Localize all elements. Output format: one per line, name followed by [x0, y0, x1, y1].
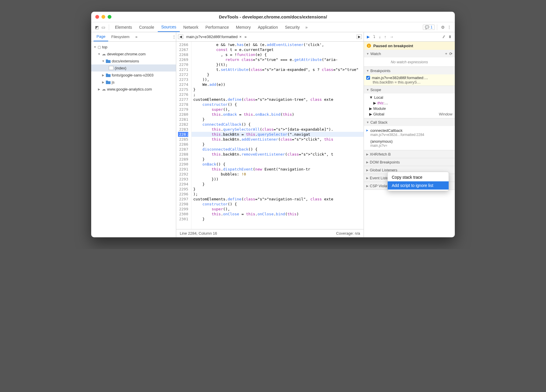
- scope-global[interactable]: ▶GlobalWindow: [364, 111, 455, 117]
- bp-checkbox[interactable]: [366, 76, 370, 80]
- debugger-toolbar: ▶ ⤵ ↓ ↑ → ⁄⁄ ⏸: [364, 32, 455, 42]
- code-editor[interactable]: 2266226722682269227022712272227322742275…: [176, 42, 364, 229]
- tree-folder[interactable]: ▼docs/extensions: [91, 57, 176, 64]
- file-tree: ▼top ▼developer.chrome.com ▼docs/extensi…: [91, 42, 176, 237]
- watch-empty: No watch expressions: [364, 57, 455, 67]
- scope-local[interactable]: ▼Local: [364, 95, 455, 100]
- device-icon[interactable]: ▭: [100, 24, 106, 30]
- tab-memory[interactable]: Memory: [233, 22, 255, 32]
- tab-network[interactable]: Network: [180, 22, 202, 32]
- ctx-ignore-script[interactable]: Add script to ignore list: [388, 181, 449, 190]
- close-tab-icon[interactable]: ×: [239, 35, 242, 39]
- callstack-item[interactable]: (anonymous) main.js?v=: [364, 138, 455, 149]
- ctx-copy-stack[interactable]: Copy stack trace: [388, 173, 449, 181]
- more-editor-tabs-icon[interactable]: »: [245, 35, 247, 39]
- breakpoint-item[interactable]: main.js?v=e382d86f:formatted:… this.back…: [364, 74, 455, 86]
- more-tabs-icon[interactable]: »: [303, 24, 310, 30]
- side-tab-page[interactable]: Page: [94, 32, 108, 41]
- tab-security[interactable]: Security: [282, 22, 303, 32]
- tree-folder-js[interactable]: ▶js: [91, 79, 176, 86]
- xhr-bp-header[interactable]: ▶XHR/fetch B: [364, 150, 455, 158]
- breakpoints-header[interactable]: ▼Breakpoints: [364, 67, 455, 74]
- kebab-icon[interactable]: ⋮: [172, 35, 176, 39]
- pause-exceptions-icon[interactable]: ⏸: [448, 35, 452, 39]
- paused-banner: i Paused on breakpoint: [364, 42, 455, 50]
- add-watch-icon[interactable]: ＋: [444, 51, 448, 56]
- watch-header[interactable]: ▼Watch＋⟳: [364, 50, 455, 57]
- step-into-icon[interactable]: ↓: [379, 35, 381, 39]
- inspect-icon[interactable]: ◩: [94, 24, 100, 30]
- callstack-header[interactable]: ▼Call Stack: [364, 118, 455, 126]
- editor-tab[interactable]: main.js?v=e382d86f:formatted ×: [185, 35, 243, 39]
- callstack-item[interactable]: connectedCallback main.js?v=e382d…format…: [364, 127, 455, 138]
- gear-icon[interactable]: ⚙: [440, 24, 446, 30]
- step-out-icon[interactable]: ↑: [384, 35, 386, 39]
- tree-folder-fonts[interactable]: ▶fonts/google-sans-v2003: [91, 71, 176, 79]
- titlebar: DevTools - developer.chrome.com/docs/ext…: [91, 12, 455, 22]
- side-tab-filesystem[interactable]: Filesystem: [108, 32, 132, 41]
- tree-domain-ga[interactable]: ▶www.google-analytics.com: [91, 86, 176, 93]
- tree-top[interactable]: ▼top: [91, 43, 176, 50]
- scope-header[interactable]: ▼Scope: [364, 86, 455, 93]
- nav-back-icon[interactable]: ◀: [178, 35, 183, 39]
- scope-module[interactable]: ▶Module: [364, 106, 455, 111]
- kebab-icon[interactable]: ⋮: [446, 24, 452, 30]
- info-icon: i: [367, 44, 371, 48]
- issues-badge[interactable]: 💬 1: [423, 25, 435, 30]
- step-over-icon[interactable]: ⤵: [373, 35, 375, 39]
- tab-sources[interactable]: Sources: [158, 22, 180, 32]
- tab-console[interactable]: Console: [135, 22, 157, 32]
- refresh-watch-icon[interactable]: ⟳: [449, 52, 452, 56]
- context-menu: Copy stack trace Add script to ignore li…: [387, 172, 449, 191]
- main-tabs: ◩ ▭ Elements Console Sources Network Per…: [91, 22, 455, 32]
- nav-fwd-icon[interactable]: ▶: [357, 35, 362, 39]
- dom-bp-header[interactable]: ▶DOM Breakpoints: [364, 158, 455, 166]
- tab-performance[interactable]: Performance: [202, 22, 232, 32]
- step-icon[interactable]: →: [390, 35, 394, 39]
- tree-file-index[interactable]: (index): [91, 64, 176, 71]
- resume-icon[interactable]: ▶: [367, 35, 370, 39]
- coverage-status: Coverage: n/a: [336, 231, 360, 236]
- cursor-position: Line 2284, Column 16: [180, 231, 217, 236]
- more-side-tabs-icon[interactable]: »: [133, 32, 140, 41]
- tab-elements[interactable]: Elements: [111, 22, 135, 32]
- tree-domain[interactable]: ▼developer.chrome.com: [91, 50, 176, 57]
- window-title: DevTools - developer.chrome.com/docs/ext…: [91, 14, 455, 19]
- deactivate-bp-icon[interactable]: ⁄⁄: [443, 35, 445, 39]
- tab-application[interactable]: Application: [254, 22, 282, 32]
- scope-this[interactable]: ▶this: …: [364, 100, 455, 106]
